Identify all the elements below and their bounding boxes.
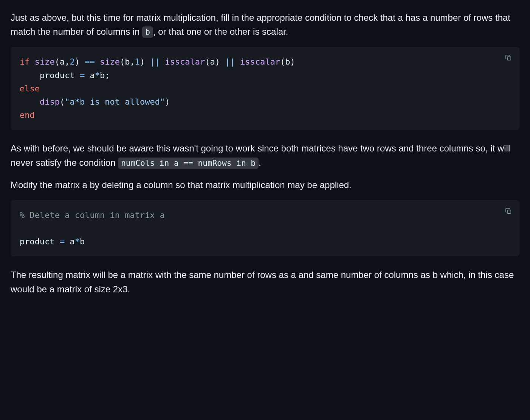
num-1: 1 (135, 57, 140, 66)
para2-post: . (259, 158, 261, 168)
sp (75, 71, 80, 80)
indent (20, 71, 40, 80)
semicolon: ; (105, 71, 110, 80)
copy-button[interactable] (503, 52, 514, 63)
var-b4: b (80, 237, 85, 246)
code2-pre: % Delete a column in matrix a product = … (20, 208, 510, 249)
var-product: product (40, 71, 75, 80)
punc: ) (290, 57, 295, 66)
op-eq: == (85, 57, 95, 66)
inline-code-b: b (142, 26, 153, 38)
fn-isscalar-a: isscalar (165, 57, 205, 66)
svg-rect-1 (507, 210, 511, 213)
punc: ( (60, 97, 65, 107)
copy-icon (505, 54, 512, 62)
fn-size-1: size (35, 57, 55, 66)
op-mul2: * (75, 237, 80, 246)
punc: ( (205, 57, 210, 66)
num-2: 2 (70, 57, 74, 66)
fn-isscalar-b: isscalar (240, 57, 280, 66)
code1-pre: if size(a,2) == size(b,1) || isscalar(a)… (20, 55, 510, 122)
sp (85, 71, 90, 80)
copy-button[interactable] (503, 205, 514, 217)
sp (80, 57, 85, 66)
code-block-2: % Delete a column in matrix a product = … (11, 200, 519, 257)
document-body: Just as above, but this time for matrix … (0, 0, 530, 320)
punc: ( (120, 57, 125, 66)
string-literal: "a*b is not allowed" (65, 97, 165, 107)
sp (160, 57, 165, 66)
fn-disp: disp (40, 97, 60, 107)
var-b3: b (100, 71, 105, 80)
punc: ) (140, 57, 145, 66)
inline-code-condition: numCols in a == numRows in b (118, 158, 259, 169)
kw-end: end (20, 110, 35, 120)
var-a3: a (90, 71, 95, 80)
paragraph-2: As with before, we should be aware this … (11, 141, 519, 169)
paragraph-1: Just as above, but this time for matrix … (11, 11, 519, 39)
punc: ) (75, 57, 80, 66)
kw-else: else (20, 84, 40, 93)
sp (55, 237, 60, 246)
indent (20, 97, 40, 107)
sp (95, 57, 100, 66)
kw-if: if (20, 57, 30, 66)
punc: ) (215, 57, 220, 66)
sp (220, 57, 225, 66)
var-product2: product (20, 237, 55, 246)
op-or: || (150, 57, 160, 66)
op-assign: = (80, 71, 85, 80)
punc: ( (55, 57, 60, 66)
paragraph-4: The resulting matrix will be a matrix wi… (11, 268, 519, 296)
paragraph-3: Modify the matrix a by deleting a column… (11, 178, 519, 192)
sp (65, 237, 70, 246)
fn-size-2: size (100, 57, 120, 66)
sp (145, 57, 150, 66)
punc: ) (165, 97, 170, 107)
punc: ( (280, 57, 285, 66)
op-assign2: = (60, 237, 65, 246)
var-a2: a (210, 57, 215, 66)
op-mul: * (95, 71, 100, 80)
op-or2: || (225, 57, 235, 66)
sp (235, 57, 240, 66)
comma: , (65, 57, 70, 66)
var-a: a (60, 57, 65, 66)
comma: , (130, 57, 135, 66)
comment-line: % Delete a column in matrix a (20, 210, 165, 220)
var-b2: b (285, 57, 290, 66)
var-a4: a (70, 237, 74, 246)
var-b: b (125, 57, 130, 66)
code-block-1: if size(a,2) == size(b,1) || isscalar(a)… (11, 47, 519, 130)
copy-icon (505, 207, 512, 215)
para1-post: , or that one or the other is scalar. (153, 26, 288, 37)
svg-rect-0 (507, 57, 511, 60)
